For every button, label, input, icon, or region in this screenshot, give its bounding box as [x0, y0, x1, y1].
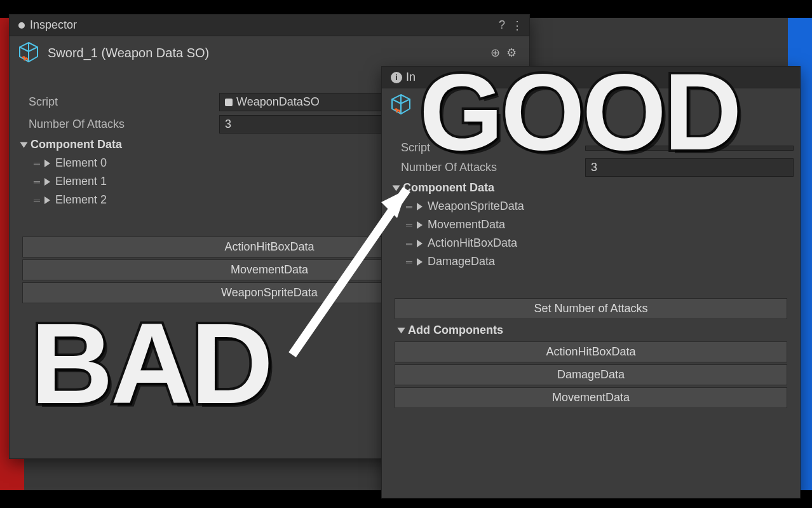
foldout-arrow-icon — [20, 142, 28, 148]
expand-arrow-icon[interactable] — [44, 178, 50, 186]
info-icon: i — [391, 72, 402, 83]
element-label: Element 0 — [55, 156, 107, 170]
list-item[interactable]: ═ MovementData — [382, 216, 800, 234]
add-component-button[interactable]: ActionHitBoxData — [395, 341, 787, 362]
component-label: DamageData — [428, 255, 495, 268]
drag-handle-icon[interactable]: ═ — [34, 158, 39, 168]
asset-name: Sword_1 (Weapon Data SO) — [48, 46, 209, 60]
menu-icon[interactable]: ⋮ — [511, 18, 523, 32]
drag-handle-icon[interactable]: ═ — [34, 177, 39, 187]
tab-bar: Inspector ? ⋮ — [10, 15, 529, 36]
expand-arrow-icon[interactable] — [44, 160, 50, 167]
list-item[interactable]: ═ DamageData — [382, 252, 800, 271]
component-label: ActionHitBoxData — [428, 237, 517, 250]
inspector-tab[interactable]: Inspector — [30, 18, 77, 32]
component-data-foldout[interactable]: Component Data — [382, 179, 800, 197]
component-data-label: Component Data — [30, 138, 122, 151]
component-label: WeaponSpriteData — [428, 200, 524, 213]
inspector-tab[interactable]: In — [406, 71, 416, 84]
set-num-attacks-button[interactable]: Set Number of Attacks — [395, 298, 787, 319]
add-components-foldout[interactable]: Add Components — [382, 321, 800, 340]
add-component-button[interactable]: DamageData — [395, 364, 787, 385]
expand-arrow-icon[interactable] — [44, 196, 50, 204]
arrow-annotation — [267, 164, 432, 370]
good-label: GOOD — [419, 50, 739, 174]
help-icon[interactable]: ? — [499, 18, 505, 32]
script-label: Script — [29, 95, 219, 109]
element-label: Element 1 — [55, 175, 107, 188]
list-item[interactable]: ═ WeaponSpriteData — [382, 197, 800, 216]
drag-handle-icon[interactable]: ═ — [34, 195, 39, 205]
element-label: Element 2 — [55, 193, 107, 207]
scriptable-object-icon — [16, 40, 41, 65]
list-item[interactable]: ═ ActionHitBoxData — [382, 234, 800, 252]
add-component-button[interactable]: MovementData — [395, 387, 787, 408]
num-attacks-value: 3 — [225, 118, 231, 131]
component-label: MovementData — [428, 218, 505, 231]
scriptable-object-icon — [388, 92, 414, 118]
panel-toolbar: ? ⋮ — [499, 18, 529, 32]
script-object-icon — [225, 99, 233, 106]
num-attacks-label: Number Of Attacks — [29, 118, 219, 131]
script-value: WeaponDataSO — [236, 95, 320, 109]
bad-label: BAD — [30, 298, 271, 429]
tab-indicator-icon — [18, 22, 25, 29]
